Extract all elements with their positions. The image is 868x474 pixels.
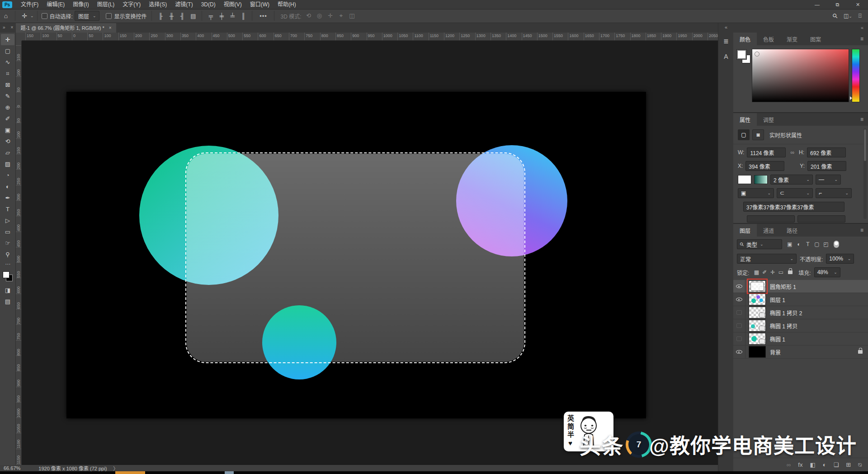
active-tool-icon[interactable]: ✛ xyxy=(19,12,30,19)
canvas-viewport[interactable] xyxy=(22,41,718,465)
radius-input-partial[interactable] xyxy=(747,215,795,223)
layer-thumbnail[interactable] xyxy=(748,306,766,319)
clone-stamp-tool[interactable]: ▣ xyxy=(1,124,14,136)
align-right-icon[interactable]: ╢ xyxy=(177,13,188,19)
type-tool[interactable]: T xyxy=(1,204,14,215)
horizontal-ruler[interactable]: 1501005005010015020025030035040045050055… xyxy=(22,33,718,41)
pen-tool[interactable]: ✒ xyxy=(1,192,14,204)
show-transform-checkbox[interactable] xyxy=(106,13,112,19)
document-canvas[interactable] xyxy=(66,92,646,418)
align-justify-icon[interactable]: ▤ xyxy=(188,13,198,19)
history-brush-tool[interactable]: ⟲ xyxy=(1,136,14,147)
layer-visibility-toggle[interactable] xyxy=(733,293,745,306)
layer-visibility-toggle[interactable] xyxy=(733,332,745,345)
lock-artboard-icon[interactable]: ▭ xyxy=(777,269,785,275)
auto-select-dropdown[interactable]: 图层 ⌄ xyxy=(75,11,100,21)
marquee-tool[interactable]: ▢ xyxy=(1,45,14,57)
x-input[interactable]: 394 像素 xyxy=(745,161,784,171)
stroke-width-dropdown[interactable]: 2 像素 ⌄ xyxy=(770,175,813,185)
lock-transparent-icon[interactable]: ▦ xyxy=(752,269,760,275)
tabs-close-icon[interactable]: × xyxy=(8,23,16,33)
share-icon[interactable]: ⍐ xyxy=(859,13,862,19)
layer-row[interactable]: 椭圆 1 拷贝 2 xyxy=(733,306,868,319)
hand-tool[interactable]: ☞ xyxy=(1,237,14,249)
close-button[interactable]: ✕ xyxy=(848,0,868,9)
delete-layer-icon[interactable]: ⍉ xyxy=(858,461,862,469)
stroke-type-dropdown[interactable]: — ⌄ xyxy=(816,175,841,185)
eyedropper-tool[interactable]: ✎ xyxy=(1,90,14,102)
eraser-tool[interactable]: ▱ xyxy=(1,147,14,158)
menu-item[interactable]: 滤镜(T) xyxy=(171,0,197,9)
history-panel-icon[interactable]: ≣ xyxy=(720,35,732,47)
layer-visibility-toggle[interactable] xyxy=(733,280,745,293)
align-bottom-icon[interactable]: ╧ xyxy=(227,13,238,19)
panel-tab[interactable]: 路径 xyxy=(780,224,804,237)
live-shape-properties-icon[interactable]: ▢ xyxy=(738,129,750,140)
saturation-brightness-field[interactable] xyxy=(752,49,849,102)
auto-select-checkbox[interactable] xyxy=(42,13,47,19)
stroke-align-dropdown[interactable]: ▣⌄ xyxy=(738,188,774,198)
layer-row[interactable]: 图层 1 xyxy=(733,293,868,306)
width-input[interactable]: 1124 像素 xyxy=(747,147,786,157)
layer-row[interactable]: 背景 xyxy=(733,346,868,359)
layer-row[interactable]: 椭圆 1 xyxy=(733,332,868,346)
character-panel-icon[interactable]: A xyxy=(720,51,732,62)
screen-mode-icon[interactable]: ▤ xyxy=(1,296,14,307)
layer-thumbnail[interactable] xyxy=(748,319,766,332)
panel-tab[interactable]: 渐变 xyxy=(780,33,804,45)
layer-visibility-toggle[interactable] xyxy=(733,306,745,319)
panel-tab[interactable]: 通道 xyxy=(757,224,780,237)
filter-pixel-layers-icon[interactable]: ▣ xyxy=(785,240,794,248)
panel-tab[interactable]: 图层 xyxy=(733,224,757,237)
new-group-icon[interactable]: ❏ xyxy=(834,461,839,468)
lock-all-icon[interactable] xyxy=(788,270,793,274)
blur-tool[interactable]: ◔ xyxy=(1,170,14,181)
layer-thumbnail[interactable] xyxy=(748,280,766,293)
lasso-tool[interactable]: ∿ xyxy=(1,57,14,68)
add-mask-icon[interactable]: ◧ xyxy=(810,461,815,468)
menu-item[interactable]: 编辑(E) xyxy=(42,0,69,9)
home-icon[interactable]: ⌂ xyxy=(0,12,12,19)
menu-item[interactable]: 视图(V) xyxy=(220,0,246,9)
foreground-swatch[interactable] xyxy=(737,50,746,59)
filter-smart-objects-icon[interactable]: ◰ xyxy=(821,240,830,248)
zoom-level[interactable]: 66.67% xyxy=(0,465,25,471)
layer-visibility-toggle[interactable] xyxy=(733,319,745,332)
filter-type-layers-icon[interactable]: T xyxy=(803,240,812,248)
link-layers-icon[interactable]: ∞ xyxy=(787,461,791,468)
layer-thumbnail[interactable] xyxy=(748,332,766,345)
filter-adjustment-layers-icon[interactable]: ◐ xyxy=(794,240,803,248)
align-left-icon[interactable]: ╟ xyxy=(155,13,166,19)
panel-color-swatches[interactable] xyxy=(737,50,750,63)
corner-radius-input[interactable]: 37像素37像素37像素37像素 xyxy=(743,202,844,212)
document-tab[interactable]: 题-1 @ 66.7% (圆角矩形 1, RGB/8#) * × xyxy=(16,23,116,33)
lock-pixels-icon[interactable]: ✐ xyxy=(760,269,769,275)
menu-item[interactable]: 图像(I) xyxy=(69,0,93,9)
align-center-h-icon[interactable]: ╫ xyxy=(166,13,177,19)
collapse-dock-icon[interactable]: « xyxy=(861,25,863,30)
quick-mask-icon[interactable]: ◨ xyxy=(1,284,14,296)
layer-visibility-toggle[interactable] xyxy=(733,346,745,358)
minimize-button[interactable]: — xyxy=(807,0,827,9)
layer-row[interactable]: 椭圆 1 拷贝 xyxy=(733,319,868,332)
radius-input-partial[interactable] xyxy=(797,215,845,223)
panel-tab[interactable]: 颜色 xyxy=(733,33,757,45)
layer-thumbnail[interactable] xyxy=(748,346,766,358)
filter-shape-layers-icon[interactable]: ▢ xyxy=(812,240,821,248)
align-top-icon[interactable]: ╤ xyxy=(205,13,216,19)
adjustment-layer-icon[interactable]: ◐ xyxy=(823,461,826,468)
frame-tool[interactable]: ⊠ xyxy=(1,79,14,90)
menu-item[interactable]: 文件(F) xyxy=(17,0,42,9)
ruler-origin-corner[interactable] xyxy=(15,33,22,41)
crop-tool[interactable]: ⌗ xyxy=(1,68,14,79)
panel-tab[interactable]: 调整 xyxy=(757,113,780,126)
restore-button[interactable]: ⧉ xyxy=(827,0,848,9)
stroke-cap-dropdown[interactable]: ⊂⌄ xyxy=(777,188,813,198)
panel-tab[interactable]: 图案 xyxy=(804,33,827,45)
link-dimensions-icon[interactable]: ∞ xyxy=(790,149,794,156)
workspace-icon[interactable]: ◫⌄ xyxy=(844,13,852,19)
layer-thumbnail[interactable] xyxy=(748,293,766,306)
expand-panels-icon[interactable]: « xyxy=(725,23,727,32)
stroke-color-swatch[interactable] xyxy=(754,175,768,184)
y-input[interactable]: 201 像素 xyxy=(807,161,846,171)
